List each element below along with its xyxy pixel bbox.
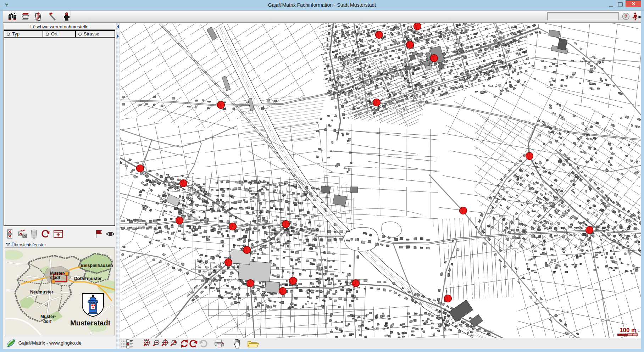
svg-text:Neumuster: Neumuster [30,290,53,295]
svg-text:Muster-: Muster- [40,314,56,319]
svg-text:?: ? [624,13,628,19]
svg-text:dorf: dorf [43,319,52,324]
svg-text:Dobermuster: Dobermuster [74,276,102,281]
svg-text:Beispielhausen: Beispielhausen [80,263,113,268]
svg-text:100 m: 100 m [620,327,637,334]
svg-text:Musterstadt: Musterstadt [70,319,111,327]
svg-text:stadt: stadt [50,275,60,280]
